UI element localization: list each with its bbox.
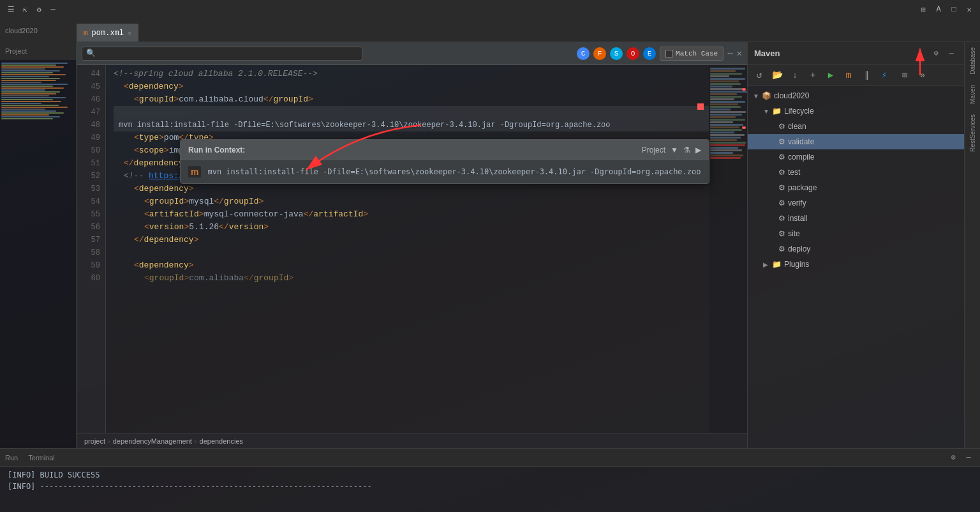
- main-area: Project: [0, 42, 980, 448]
- code-line-56: <version>5.1.26</version>: [114, 221, 709, 234]
- bottom-settings-icon[interactable]: ⚙: [947, 451, 960, 464]
- toolbar-arrow: [907, 43, 933, 82]
- line-47: 47: [77, 106, 100, 119]
- maven-lifecycle-package[interactable]: ⚙ package: [748, 180, 964, 195]
- code-line-60: <groupId>com.alibaba</groupId>: [114, 272, 709, 285]
- ric-item[interactable]: m mvn install:install-file -Dfile=E:\sof…: [181, 160, 709, 183]
- code-line-44: <!--spring cloud alibaba 2.1.0.RELEASE--…: [114, 68, 709, 80]
- line-58: 58: [77, 246, 100, 259]
- ric-dropdown-icon[interactable]: ▼: [671, 146, 678, 154]
- code-line-48: mvn install:install-file -Dfile=E:\softw…: [114, 119, 709, 132]
- layout-icon[interactable]: ⊞: [917, 4, 929, 15]
- bottom-minimize-icon[interactable]: —: [962, 451, 975, 464]
- root-module-icon: 📦: [762, 91, 771, 100]
- maven-download-btn[interactable]: ↓: [787, 68, 803, 83]
- code-editor[interactable]: <!--spring cloud alibaba 2.1.0.RELEASE--…: [106, 65, 709, 433]
- maven-site-label: site: [788, 229, 800, 238]
- ric-command: mvn install:install-file -Dfile=E:\softw…: [207, 167, 701, 176]
- safari-icon[interactable]: S: [610, 47, 623, 60]
- close-window-icon[interactable]: ✕: [963, 4, 975, 15]
- firefox-icon[interactable]: F: [593, 47, 606, 60]
- minimize-icon[interactable]: —: [47, 4, 59, 15]
- deploy-gear-icon: ⚙: [778, 245, 785, 253]
- maven-root-label: cloud2020: [774, 91, 809, 100]
- maven-verify-label: verify: [788, 199, 806, 207]
- opera-icon[interactable]: O: [627, 47, 639, 60]
- breadcrumb-project[interactable]: project: [84, 437, 105, 445]
- ric-filter-icon[interactable]: ⚗: [683, 146, 690, 154]
- maven-m-btn[interactable]: m: [841, 68, 856, 83]
- maven-plugins-group[interactable]: ▶ 📁 Plugins: [748, 257, 964, 272]
- menu-icon[interactable]: ☰: [5, 4, 17, 15]
- find-input-wrapper: 🔍: [82, 47, 362, 61]
- breadcrumb-dependencies[interactable]: dependencies: [200, 437, 244, 445]
- left-panel-header: Project: [0, 42, 76, 60]
- bottom-toolbar: Run Terminal ⚙ —: [0, 449, 980, 467]
- maven-run-btn[interactable]: ▶: [823, 68, 838, 83]
- plugins-arrow-icon: ▶: [763, 261, 769, 268]
- maven-lifecycle-deploy[interactable]: ⚙ deploy: [748, 241, 964, 257]
- verify-gear-icon: ⚙: [778, 199, 785, 207]
- maven-compile-label: compile: [788, 153, 814, 162]
- maven-lifecycle-compile[interactable]: ⚙ compile: [748, 149, 964, 165]
- maven-lifecycle-install[interactable]: ⚙ install: [748, 211, 964, 226]
- build-separator-line: [INFO] ---------------------------------…: [8, 481, 972, 492]
- vtab-database[interactable]: Database: [967, 42, 979, 80]
- line-55: 55: [77, 208, 100, 221]
- line-50: 50: [77, 144, 100, 157]
- code-line-46: <groupId>com.alibaba.cloud</groupId>: [114, 93, 709, 106]
- line-48: 48: [77, 119, 100, 132]
- maven-lifecycle-site[interactable]: ⚙ site: [748, 226, 964, 241]
- app-icon[interactable]: A: [933, 4, 944, 15]
- maven-parallel-btn[interactable]: ∥: [859, 68, 874, 83]
- maven-add-btn[interactable]: +: [805, 68, 820, 83]
- find-close-icon[interactable]: ✕: [737, 48, 742, 59]
- package-gear-icon: ⚙: [778, 183, 785, 192]
- edge-icon[interactable]: E: [643, 47, 656, 60]
- root-arrow-icon: ▼: [753, 93, 759, 100]
- maven-root-item[interactable]: ▼ 📦 cloud2020: [748, 88, 964, 103]
- maximize-icon[interactable]: □: [948, 4, 960, 15]
- maven-lightning-btn[interactable]: ⚡: [877, 68, 892, 83]
- bottom-panel: Run Terminal ⚙ — [INFO] BUILD SUCCESS [I…: [0, 448, 980, 512]
- maven-plugins-label: Plugins: [784, 260, 809, 269]
- maven-lifecycle-clean[interactable]: ⚙ clean: [748, 119, 964, 134]
- vertical-tabs: Database Maven RestServices: [964, 42, 980, 448]
- maven-folder-btn[interactable]: 📂: [769, 68, 785, 83]
- maven-lifecycle-validate[interactable]: ⚙ validate: [748, 134, 964, 149]
- maven-lifecycle-test[interactable]: ⚙ test: [748, 165, 964, 180]
- code-line-57: </dependency>: [114, 234, 709, 246]
- minimap: [709, 65, 747, 433]
- editor-area: 🔍 C F S O E Match Case ⋯ ✕: [77, 42, 747, 448]
- find-input[interactable]: [96, 49, 351, 58]
- line-45: 45: [77, 80, 100, 93]
- lifecycle-arrow-icon: ▼: [763, 108, 769, 115]
- code-line-53: <dependency>: [114, 183, 709, 195]
- more-options-icon[interactable]: ⋯: [727, 48, 732, 59]
- line-59: 59: [77, 259, 100, 272]
- match-case-button[interactable]: Match Case: [660, 47, 724, 61]
- left-panel: Project: [0, 42, 77, 448]
- maven-lifecycle-verify[interactable]: ⚙ verify: [748, 195, 964, 211]
- vtab-maven[interactable]: Maven: [967, 80, 979, 109]
- plugins-folder-icon: 📁: [772, 260, 782, 269]
- maven-tree: ▼ 📦 cloud2020 ▼ 📁 Lifecycle ⚙ clean: [748, 86, 964, 448]
- breadcrumb-dependency-mgmt[interactable]: dependencyManagement: [113, 437, 192, 445]
- build-success-line: [INFO] BUILD SUCCESS: [8, 469, 972, 481]
- expand-icon[interactable]: ⇱: [19, 4, 31, 15]
- run-tab[interactable]: Run: [5, 454, 18, 462]
- maven-lifecycle-group[interactable]: ▼ 📁 Lifecycle: [748, 103, 964, 119]
- test-gear-icon: ⚙: [778, 168, 785, 177]
- maven-refresh-btn[interactable]: ↺: [752, 68, 767, 83]
- ric-right: Project ▼ ⚗ ▶: [642, 146, 701, 154]
- pom-xml-tab[interactable]: m pom.xml ✕: [77, 24, 138, 41]
- terminal-tab[interactable]: Terminal: [28, 454, 55, 462]
- maven-minimize-icon[interactable]: —: [945, 47, 958, 60]
- tab-close-icon[interactable]: ✕: [128, 29, 131, 37]
- chrome-icon[interactable]: C: [577, 47, 590, 60]
- settings-icon[interactable]: ⚙: [33, 4, 45, 15]
- ric-expand-icon[interactable]: ▶: [695, 146, 701, 154]
- install-gear-icon: ⚙: [778, 214, 785, 223]
- maven-test-label: test: [788, 168, 800, 177]
- vtab-rest-services[interactable]: RestServices: [967, 109, 979, 157]
